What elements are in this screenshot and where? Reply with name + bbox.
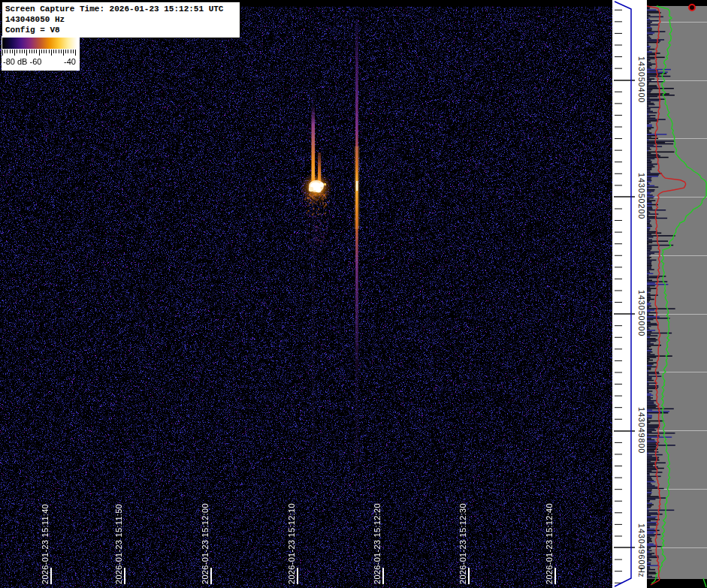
config-text: Config = V8 [5, 25, 237, 35]
time-label: 2026-01-23 15:12:40 [545, 494, 554, 584]
frequency-text: 143048050 Hz [5, 14, 237, 25]
live-spectrum-panel [647, 0, 707, 588]
time-tick [124, 568, 125, 584]
db-scale-right-label: -40 [64, 57, 76, 66]
freq-unit-label: Hz [635, 567, 646, 577]
spectrum-lab-screen-capture: 2026-01-23 15:11:40 2026-01-23 15:11:50 … [0, 0, 707, 588]
waterfall-spectrogram [0, 0, 612, 588]
time-label: 2026-01-23 15:12:20 [373, 494, 382, 584]
time-tick [297, 568, 298, 584]
capture-time-text: Screen Capture Time: 2026-01-23 15:12:51… [5, 4, 237, 14]
time-label: 2026-01-23 15:11:50 [114, 494, 124, 584]
time-tick [50, 568, 52, 584]
time-label: 2026-01-23 15:11:40 [41, 494, 50, 584]
time-tick [382, 568, 384, 584]
capture-info-box: Screen Capture Time: 2026-01-23 15:12:51… [2, 2, 240, 38]
freq-label: 143050400 [635, 56, 646, 103]
time-label: 2026-01-23 15:12:30 [458, 494, 468, 584]
time-tick [210, 568, 212, 584]
color-scale-gradient [2, 38, 77, 49]
freq-label: 143049600 [635, 523, 646, 570]
time-tick [468, 568, 470, 584]
freq-label: 143050200 [635, 173, 646, 219]
color-scale-minor-ticks [2, 50, 76, 53]
db-scale-left-label: -80 dB -60 [3, 57, 41, 66]
color-scale-labels: -80 dB -60 -40 [2, 56, 80, 69]
frequency-axis: 143050400 143050200 143050000 143049800 … [612, 0, 647, 588]
time-tick [554, 568, 556, 584]
color-scale-legend: -80 dB -60 -40 [2, 36, 80, 71]
time-label: 2026-01-23 15:12:10 [287, 494, 297, 584]
time-label: 2026-01-23 15:12:00 [201, 494, 210, 584]
freq-label: 143050000 [635, 290, 646, 336]
freq-label: 143049800 [635, 407, 646, 454]
